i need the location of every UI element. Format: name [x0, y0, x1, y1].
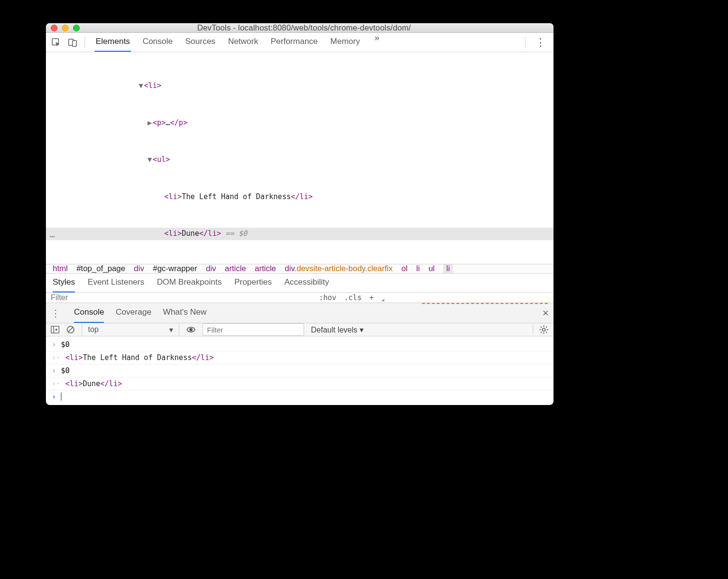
output-marker-icon: ‹·: [52, 353, 60, 362]
dom-node[interactable]: ▼<ul>: [46, 154, 553, 166]
close-icon[interactable]: [51, 25, 58, 31]
tab-properties[interactable]: Properties: [234, 274, 272, 292]
prompt-marker-icon: ›: [52, 392, 56, 401]
tab-console[interactable]: Console: [142, 33, 174, 52]
svg-line-15: [546, 332, 547, 333]
crumb[interactable]: #top_of_page: [76, 264, 125, 273]
clear-console-icon[interactable]: [66, 325, 75, 334]
resize-corner-icon[interactable]: ◢: [381, 297, 384, 302]
crumb[interactable]: div: [206, 264, 216, 273]
tab-accessibility[interactable]: Accessibility: [284, 274, 329, 292]
dom-tree[interactable]: ▼<li> ▶<p>…</p> ▼<ul> <li>The Left Hand …: [46, 52, 553, 264]
crumb[interactable]: article: [255, 264, 276, 273]
titlebar: DevTools - localhost:8080/web/tools/chro…: [46, 23, 553, 33]
dom-node[interactable]: <li>The Left Hand of Darkness</li>: [46, 191, 553, 203]
breadcrumb[interactable]: html #top_of_page div #gc-wrapper div ar…: [46, 264, 553, 273]
inspect-icon[interactable]: [49, 35, 63, 50]
drawer-menu-icon[interactable]: ⋮: [51, 307, 60, 319]
tab-event-listeners[interactable]: Event Listeners: [87, 274, 144, 292]
dom-node[interactable]: ▶<p>…</p>: [46, 117, 553, 130]
live-expression-icon[interactable]: [186, 325, 196, 334]
console-input-echo[interactable]: › $0: [46, 338, 553, 351]
console-input-echo[interactable]: › $0: [46, 364, 553, 377]
crumb[interactable]: article: [225, 264, 246, 273]
crumb-selected[interactable]: li: [443, 264, 452, 273]
svg-line-14: [541, 327, 542, 328]
gutter-actions-icon[interactable]: …: [50, 228, 55, 242]
svg-point-9: [542, 328, 545, 331]
tab-styles[interactable]: Styles: [53, 274, 75, 292]
devtools-window: DevTools - localhost:8080/web/tools/chro…: [46, 23, 553, 405]
svg-rect-2: [73, 41, 76, 46]
tabs-overflow-icon[interactable]: »: [372, 33, 382, 52]
dom-node-selected[interactable]: … <li>Dune</li> == $0: [46, 228, 553, 240]
crumb[interactable]: #gc-wrapper: [153, 264, 197, 273]
styles-filter-bar: :hov .cls + ◢: [46, 293, 553, 303]
main-toolbar: Elements Console Sources Network Perform…: [46, 33, 553, 52]
console-prompt[interactable]: ›: [46, 391, 553, 403]
console-toolbar: top ▾ Default levels ▾: [46, 323, 553, 336]
tab-memory[interactable]: Memory: [329, 33, 361, 52]
log-levels-selector[interactable]: Default levels ▾: [311, 325, 364, 334]
context-label: top: [88, 325, 99, 334]
console-text: <li>The Left Hand of Darkness</li>: [65, 353, 214, 362]
tab-network[interactable]: Network: [227, 33, 259, 52]
crumb[interactable]: ol: [401, 264, 408, 273]
cursor: [61, 392, 61, 401]
crumb[interactable]: li: [416, 264, 420, 273]
main-tabs: Elements Console Sources Network Perform…: [90, 33, 520, 52]
chevron-down-icon: ▾: [169, 325, 173, 334]
styles-filter-input[interactable]: [51, 293, 315, 302]
svg-line-17: [546, 327, 547, 328]
svg-line-6: [68, 327, 73, 332]
tab-elements[interactable]: Elements: [95, 33, 131, 52]
window-title: DevTools - localhost:8080/web/tools/chro…: [59, 23, 549, 32]
svg-line-16: [541, 332, 542, 333]
console-result[interactable]: ‹· <li>Dune</li>: [46, 377, 553, 391]
console-text: $0: [61, 366, 70, 375]
margin-overlay: [422, 303, 548, 304]
new-style-rule-icon[interactable]: +: [369, 293, 374, 302]
console-result[interactable]: ‹· <li>The Left Hand of Darkness</li>: [46, 351, 553, 364]
crumb[interactable]: html: [53, 264, 68, 273]
drawer-tab-coverage[interactable]: Coverage: [116, 303, 151, 323]
crumb[interactable]: ul: [428, 264, 435, 273]
console-sidebar-toggle-icon[interactable]: [51, 325, 59, 334]
dom-node[interactable]: ▼<li>: [46, 80, 553, 92]
output-marker-icon: ‹·: [52, 379, 60, 388]
console-text: $0: [61, 340, 70, 349]
crumb[interactable]: div.devsite-article-body.clearfix: [285, 264, 393, 273]
drawer-tab-whatsnew[interactable]: What's New: [163, 303, 206, 323]
drawer-tabs: ⋮ Console Coverage What's New ×: [46, 303, 553, 323]
svg-point-8: [189, 328, 193, 332]
context-selector[interactable]: top ▾: [82, 324, 179, 335]
console-filter-input[interactable]: [203, 323, 304, 336]
tab-performance[interactable]: Performance: [270, 33, 319, 52]
tab-sources[interactable]: Sources: [184, 33, 216, 52]
separator: [85, 37, 85, 48]
console-output[interactable]: › $0 ‹· <li>The Left Hand of Darkness</l…: [46, 336, 553, 405]
tab-dom-breakpoints[interactable]: DOM Breakpoints: [157, 274, 221, 292]
device-toggle-icon[interactable]: [65, 35, 80, 50]
kebab-menu-icon[interactable]: ⋮: [530, 36, 551, 49]
console-settings-icon[interactable]: [533, 325, 549, 334]
crumb[interactable]: div: [134, 264, 144, 273]
hov-toggle[interactable]: :hov: [319, 293, 336, 302]
console-text: <li>Dune</li>: [65, 379, 122, 388]
input-marker-icon: ›: [52, 340, 56, 349]
input-marker-icon: ›: [52, 366, 56, 375]
sidebar-tabs: Styles Event Listeners DOM Breakpoints P…: [46, 274, 553, 293]
separator: [525, 37, 525, 48]
drawer-tab-console[interactable]: Console: [74, 303, 104, 323]
cls-toggle[interactable]: .cls: [344, 293, 362, 302]
drawer-close-icon[interactable]: ×: [542, 307, 549, 319]
